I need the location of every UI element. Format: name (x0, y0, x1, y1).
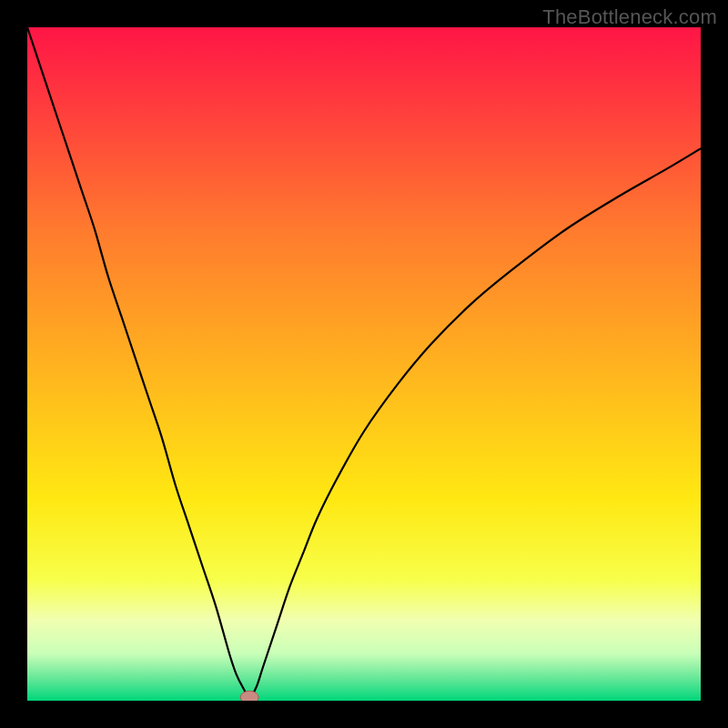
plot-area (27, 27, 701, 701)
outer-frame: TheBottleneck.com (0, 0, 728, 728)
watermark-text: TheBottleneck.com (542, 5, 717, 29)
chart-svg (27, 27, 701, 701)
bottleneck-curve (27, 27, 701, 697)
optimum-marker (240, 691, 258, 701)
